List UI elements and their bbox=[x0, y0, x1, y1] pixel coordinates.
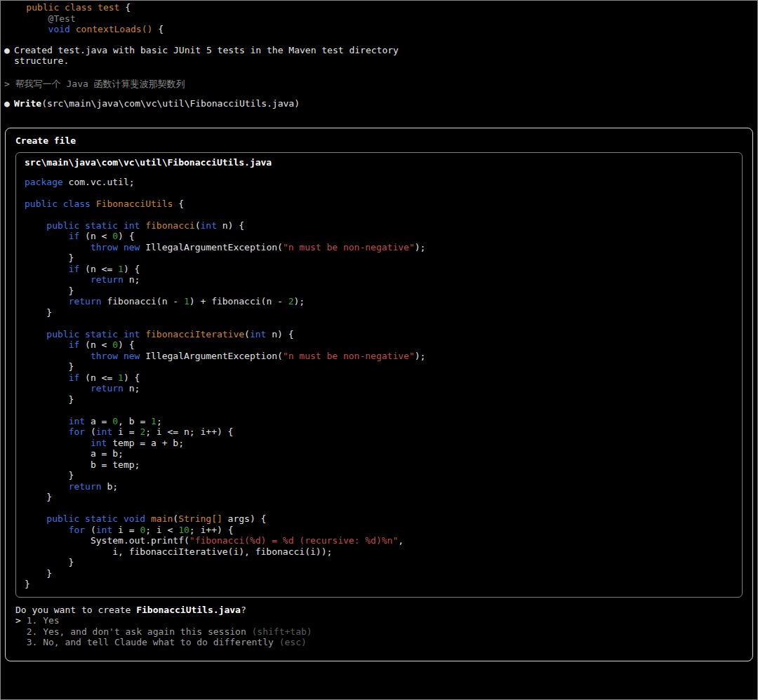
bullet-icon: ● bbox=[4, 98, 14, 109]
option-no-tell-claude[interactable]: 3. No, and tell Claude what to do differ… bbox=[15, 637, 743, 648]
confirm-question: Do you want to create FibonacciUtils.jav… bbox=[15, 605, 743, 616]
terminal-window: public class test { @Test void contextLo… bbox=[0, 0, 758, 700]
tool-call-write: ● Write(src\main\java\com\vc\util\Fibona… bbox=[4, 98, 757, 109]
dialog-title: Create file bbox=[15, 135, 743, 147]
tool-args: (src\main\java\com\vc\util\FibonacciUtil… bbox=[41, 98, 300, 109]
user-prompt: > 帮我写一个 Java 函数计算斐波那契数列 bbox=[4, 79, 757, 90]
option-yes[interactable]: > 1. Yes bbox=[15, 615, 743, 626]
previous-code-snippet: public class test { @Test void contextLo… bbox=[1, 1, 757, 35]
bullet-icon: ● bbox=[4, 45, 14, 67]
tool-call-text: Write(src\main\java\com\vc\util\Fibonacc… bbox=[14, 98, 300, 109]
option-yes-dont-ask[interactable]: 2. Yes, and don't ask again this session… bbox=[15, 626, 743, 638]
tool-name: Write bbox=[14, 98, 41, 109]
file-preview-box: src\main\java\com\vc\util\FibonacciUtils… bbox=[15, 152, 743, 598]
file-path-header: src\main\java\com\vc\util\FibonacciUtils… bbox=[25, 157, 733, 168]
message-created-text: Created test.java with basic JUnit 5 tes… bbox=[14, 45, 399, 67]
create-file-dialog: Create file src\main\java\com\vc\util\Fi… bbox=[5, 128, 753, 661]
message-created: ● Created test.java with basic JUnit 5 t… bbox=[4, 45, 757, 67]
code-block: package com.vc.util;public class Fibonac… bbox=[25, 177, 733, 590]
